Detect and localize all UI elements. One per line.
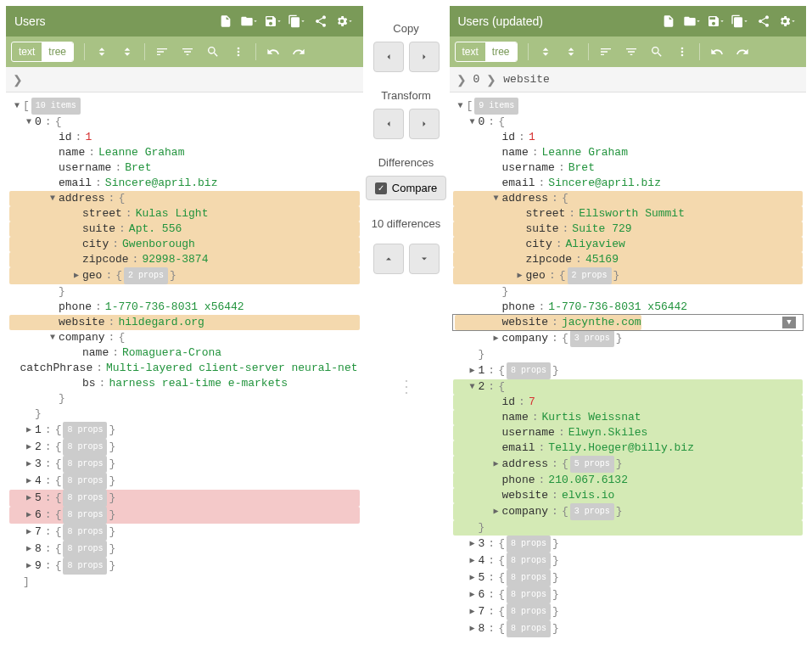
toggle[interactable] xyxy=(467,363,479,379)
compare-button[interactable]: ✓ Compare xyxy=(366,176,446,200)
toggle[interactable] xyxy=(47,191,59,206)
list-item[interactable]: 8:{8 props} xyxy=(9,541,360,558)
redo-icon[interactable] xyxy=(287,40,311,64)
list-item[interactable]: 7:{8 props} xyxy=(453,603,804,620)
toggle[interactable] xyxy=(455,98,467,114)
toggle[interactable] xyxy=(23,457,35,472)
toggle[interactable] xyxy=(23,474,35,489)
share-icon[interactable] xyxy=(311,11,331,31)
expand-all-icon[interactable] xyxy=(90,40,114,64)
context-menu-icon[interactable] xyxy=(782,317,796,328)
toggle[interactable] xyxy=(467,587,479,603)
list-item[interactable]: 2:{8 props} xyxy=(9,439,360,456)
center-controls: Copy Transform Differences ✓ Compare 10 … xyxy=(364,5,449,640)
list-item[interactable]: 3:{8 props} xyxy=(453,536,804,552)
transform-left-btn[interactable] xyxy=(373,109,404,139)
toggle[interactable] xyxy=(23,508,35,523)
collapse-all-icon[interactable] xyxy=(559,40,583,64)
tree-mode-btn[interactable]: tree xyxy=(42,42,73,61)
view-mode-toggle: text tree xyxy=(11,42,74,62)
settings-icon[interactable] xyxy=(777,11,798,31)
list-item[interactable]: 6:{8 props} xyxy=(453,586,804,603)
right-title: Users (updated) xyxy=(458,14,656,28)
toggle[interactable] xyxy=(490,331,502,346)
toggle[interactable] xyxy=(467,621,479,637)
breadcrumb-item[interactable]: website xyxy=(503,73,550,86)
save-icon[interactable] xyxy=(706,11,726,31)
copy-right-btn[interactable] xyxy=(409,42,440,72)
new-file-icon[interactable] xyxy=(658,11,679,31)
toggle[interactable] xyxy=(467,379,479,395)
undo-icon[interactable] xyxy=(705,40,729,64)
settings-icon[interactable] xyxy=(334,11,355,31)
left-tree[interactable]: [10 items 0:{ id:1 name:Leanne Graham us… xyxy=(6,93,363,639)
undo-icon[interactable] xyxy=(261,40,285,64)
new-file-icon[interactable] xyxy=(216,11,236,31)
expand-all-icon[interactable] xyxy=(534,40,557,64)
list-item[interactable]: 5:{8 props} xyxy=(453,569,804,586)
prev-diff-btn[interactable] xyxy=(373,244,404,274)
next-diff-btn[interactable] xyxy=(409,244,440,274)
collapse-all-icon[interactable] xyxy=(115,40,139,64)
search-icon[interactable] xyxy=(645,40,669,64)
chevron-right-icon: ❯ xyxy=(486,73,496,87)
list-item[interactable]: 7:{8 props} xyxy=(9,524,360,541)
right-tree[interactable]: [9 items 0:{ id:1 name:Leanne Graham use… xyxy=(450,93,807,639)
toggle[interactable] xyxy=(467,553,479,569)
text-mode-btn[interactable]: text xyxy=(456,42,485,61)
root-count-badge: 9 items xyxy=(474,98,518,115)
toggle[interactable] xyxy=(23,115,35,130)
copy-icon[interactable] xyxy=(287,11,307,31)
toggle[interactable] xyxy=(514,268,526,283)
sort-icon[interactable] xyxy=(150,40,174,64)
list-item[interactable]: 9:{8 props} xyxy=(9,558,360,575)
breadcrumb-item[interactable]: 0 xyxy=(473,73,480,86)
filter-icon[interactable] xyxy=(176,40,199,64)
toggle[interactable] xyxy=(23,491,35,506)
redo-icon[interactable] xyxy=(731,40,754,64)
more-icon[interactable] xyxy=(670,40,694,64)
filter-icon[interactable] xyxy=(619,40,643,64)
toggle[interactable] xyxy=(11,98,23,114)
list-item[interactable]: 1:{8 props} xyxy=(9,422,360,439)
toggle[interactable] xyxy=(467,604,479,620)
save-icon[interactable] xyxy=(263,11,283,31)
toggle[interactable] xyxy=(490,191,502,206)
open-icon[interactable] xyxy=(239,11,260,31)
toggle[interactable] xyxy=(23,524,35,540)
open-icon[interactable] xyxy=(682,11,703,31)
toggle[interactable] xyxy=(23,423,35,438)
toggle[interactable] xyxy=(490,457,502,472)
transform-label: Transform xyxy=(381,89,431,102)
chevron-right-icon[interactable]: ❯ xyxy=(13,73,23,87)
text-mode-btn[interactable]: text xyxy=(12,42,42,61)
toggle[interactable] xyxy=(47,330,59,345)
share-icon[interactable] xyxy=(753,11,774,31)
transform-right-btn[interactable] xyxy=(409,109,440,139)
toggle[interactable] xyxy=(467,536,479,552)
list-item[interactable]: 6:{8 props} xyxy=(9,507,360,524)
list-item[interactable]: 4:{8 props} xyxy=(9,473,360,490)
toggle[interactable] xyxy=(70,268,82,283)
toggle[interactable] xyxy=(467,115,479,130)
toggle[interactable] xyxy=(467,570,479,586)
copy-left-btn[interactable] xyxy=(373,42,404,72)
drag-handle-icon[interactable]: ⋮ xyxy=(398,376,415,396)
view-mode-toggle: text tree xyxy=(455,42,518,62)
toggle[interactable] xyxy=(23,440,35,455)
search-icon[interactable] xyxy=(201,40,225,64)
right-panel: Users (updated) text tree ❯ 0 ❯ website … xyxy=(449,5,808,640)
tree-mode-btn[interactable]: tree xyxy=(485,42,517,61)
left-panel: Users text tree ❯ [10 items 0:{ id:1 nam… xyxy=(5,5,364,640)
list-item[interactable]: 4:{8 props} xyxy=(453,552,804,569)
toggle[interactable] xyxy=(490,504,502,519)
copy-icon[interactable] xyxy=(730,11,750,31)
list-item[interactable]: 5:{8 props} xyxy=(9,490,360,507)
list-item[interactable]: 8:{8 props} xyxy=(453,620,804,637)
toggle[interactable] xyxy=(23,541,35,557)
more-icon[interactable] xyxy=(227,40,250,64)
chevron-right-icon[interactable]: ❯ xyxy=(456,73,467,87)
sort-icon[interactable] xyxy=(594,40,618,64)
list-item[interactable]: 3:{8 props} xyxy=(9,456,360,473)
toggle[interactable] xyxy=(23,558,35,574)
